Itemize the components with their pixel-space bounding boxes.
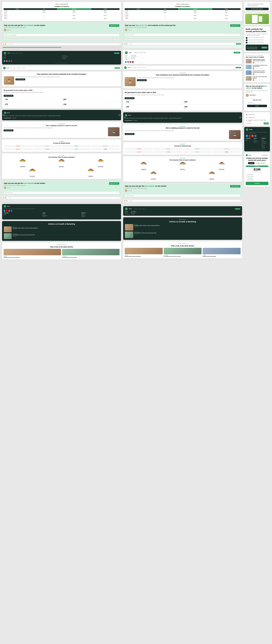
email-field-sidebar[interactable] [247, 102, 267, 104]
yt-icon-c[interactable]: Y [132, 61, 134, 63]
product-jobpost[interactable]: Job Post [262, 140, 268, 141]
brand-asana-left: ◎ asana [33, 145, 61, 147]
col-advanced: Advanced [57, 8, 91, 10]
carousel-next-c[interactable]: › [239, 116, 242, 118]
browser-cta-center[interactable]: Subscribe [236, 43, 241, 44]
gplus-icon-left[interactable]: G [6, 60, 8, 62]
youtube-icon[interactable]: Y [248, 135, 251, 137]
twitter-icon-left[interactable]: T [4, 60, 6, 62]
url-bar[interactable]: example.com [8, 44, 119, 45]
discover-btn-c[interactable]: DISCOVER MORE [137, 79, 147, 81]
email-input-left[interactable] [4, 34, 119, 36]
user-avatar-center [125, 29, 127, 31]
carousel-prev-c[interactable]: ‹ [124, 116, 126, 118]
brand-crate-c: ⬡ crat© [183, 151, 212, 153]
overview-title: OVERVIEW [246, 138, 252, 139]
product-changelog[interactable]: Changelog [262, 148, 268, 148]
signup-btn-c2[interactable]: Sign up for free [230, 185, 240, 188]
yearly-btn[interactable]: Yearly Save 20% [256, 162, 266, 164]
contact-submit-btn[interactable]: SUBMIT [264, 122, 269, 124]
signup-btn-dark-left[interactable]: Sign up for free [109, 182, 119, 185]
url-bar-2[interactable]: toya.com [8, 197, 119, 198]
team-alim-c: 👩 Alim Ahmed Senior Developer [202, 162, 240, 170]
product-404[interactable]: 404 [262, 144, 268, 145]
product-exercise[interactable]: Exercise [262, 146, 268, 147]
contact-email-input[interactable] [246, 122, 263, 124]
signup-btn-left[interactable]: Sign up for free [109, 24, 119, 27]
li-icon-c[interactable]: in [130, 61, 131, 63]
overview-pricing[interactable]: Pricing ? [246, 139, 252, 140]
monthly-btn[interactable]: Monthly [248, 162, 254, 164]
brand-gitlab-left: ⬡ GitLab [4, 145, 32, 147]
purchase-btn[interactable]: purchase [246, 182, 268, 185]
small-nav-cta-center[interactable]: Get Started [236, 67, 241, 68]
team-member-1: 👨 Joseph Hill Senior Developer [4, 159, 42, 168]
toya-cta-center[interactable]: Get Started [234, 52, 240, 54]
online-sales-left: We generated 2x more online sales in 202… [2, 88, 121, 108]
linkedin-icon[interactable]: in [254, 135, 256, 137]
contact-phone: 📞 8 800 3154 234 [246, 114, 269, 116]
toya-logo-light-left: T [3, 67, 6, 69]
carousel-next-left[interactable]: › [118, 114, 120, 116]
signup-box: Sign up for free Submit [246, 98, 268, 108]
carousel-prev-left[interactable]: ‹ [2, 114, 5, 116]
col-popular: Popular [91, 8, 120, 10]
news-card: BUSINESS BLOG TYPE AND MEDIA Our recent … [244, 53, 270, 82]
gp-icon[interactable]: G+ [8, 210, 10, 212]
brand-gitlab-c: ⬡ GitLab [125, 148, 153, 150]
gplus-icon[interactable]: G+ [252, 135, 254, 137]
trial-btn[interactable]: Start Trial [262, 47, 267, 48]
online-sales-cta-left[interactable]: DISCOVER MORE [4, 95, 14, 97]
product-password[interactable]: Password [262, 146, 268, 146]
toya-nav-light-left: T TOYA Home Pages ▾ Tags ▾ Play Contact … [2, 66, 121, 70]
youtube-icon-left[interactable]: Y [10, 60, 12, 62]
tw-icon[interactable]: T [4, 210, 6, 212]
enabling-cta-left[interactable]: DISCOVER MORE [4, 130, 14, 132]
build-title: Build a website that actually performs b… [246, 28, 268, 32]
email-input-c2[interactable] [125, 194, 240, 197]
person-img-left: 👨‍💼 [4, 76, 14, 84]
product-careers[interactable]: Careers [262, 139, 268, 140]
latest-c-3: GROWTH Building a better website again [202, 248, 240, 257]
small-nav-cta-left[interactable]: Get Started [114, 67, 120, 69]
product-style[interactable]: Style Guide [262, 143, 268, 144]
footer-logo-circle: T [246, 128, 248, 131]
online-cta-c[interactable]: DISCOVER MORE [125, 97, 134, 99]
team-left: OUR TEAM Our Amazing Team of expert mark… [2, 154, 121, 179]
overview-blog[interactable]: Blog? [246, 140, 252, 141]
discover-btn-left[interactable]: DISCOVER MORE [16, 78, 25, 80]
pages-blog[interactable]: Blog? [254, 139, 260, 140]
submit-btn-sidebar[interactable]: Submit [247, 105, 267, 107]
product-case[interactable]: Case Studies [262, 141, 268, 142]
nav-cta-dark-left[interactable]: Get Started [114, 52, 120, 54]
tw-icon-c[interactable]: T [125, 61, 127, 63]
twitter-icon[interactable]: T [246, 135, 248, 137]
online-sales-title-left: We generated 2x more online sales in 202… [4, 90, 120, 91]
yt-icon[interactable]: Y [6, 210, 8, 212]
email-input-dark-left[interactable] [4, 192, 119, 194]
li-icon[interactable]: in [10, 210, 12, 212]
trusted-label-left: PARTNER [4, 141, 120, 142]
gp-icon-c[interactable]: G [127, 61, 129, 63]
brand-lattice-c: ⬡ Lattice [183, 148, 212, 150]
article-img-1 [4, 226, 12, 232]
product-casepost[interactable]: Case Study Post [262, 142, 268, 143]
discover-more-btn[interactable]: Discover more Features [246, 8, 269, 10]
hero-signup-center2: Sign up now and get the best website on … [123, 183, 242, 198]
url-bar-toya-c[interactable]: toya.com [128, 200, 240, 202]
trial-banner: Start a 15-day free trial Lorem ipsum do… [246, 44, 268, 50]
enabling-cta-c[interactable]: DISCOVER MORE [125, 133, 134, 135]
linkedin-icon-left[interactable]: in [8, 60, 10, 62]
email-input-center[interactable] [125, 34, 240, 36]
pages-contact[interactable]: Contact ? [254, 142, 260, 143]
url-bar-center[interactable]: toya.com [128, 43, 235, 44]
table-row: Feature—✓✓ [4, 16, 120, 18]
toya-dark-cta-c[interactable]: Get Started [235, 208, 240, 210]
signup-btn-center[interactable]: Sign up for free [230, 24, 240, 27]
pages-team[interactable]: Team/Member [254, 141, 260, 142]
price-amount: $199 [246, 168, 268, 171]
unleash-section-left: Toya unleashes your business potential b… [2, 72, 121, 86]
pages-blogpost[interactable]: Blog Post [254, 140, 260, 141]
stat-65k-c: +65K Revenue [183, 105, 240, 109]
stat-24k: +24K Revenue [62, 103, 120, 107]
